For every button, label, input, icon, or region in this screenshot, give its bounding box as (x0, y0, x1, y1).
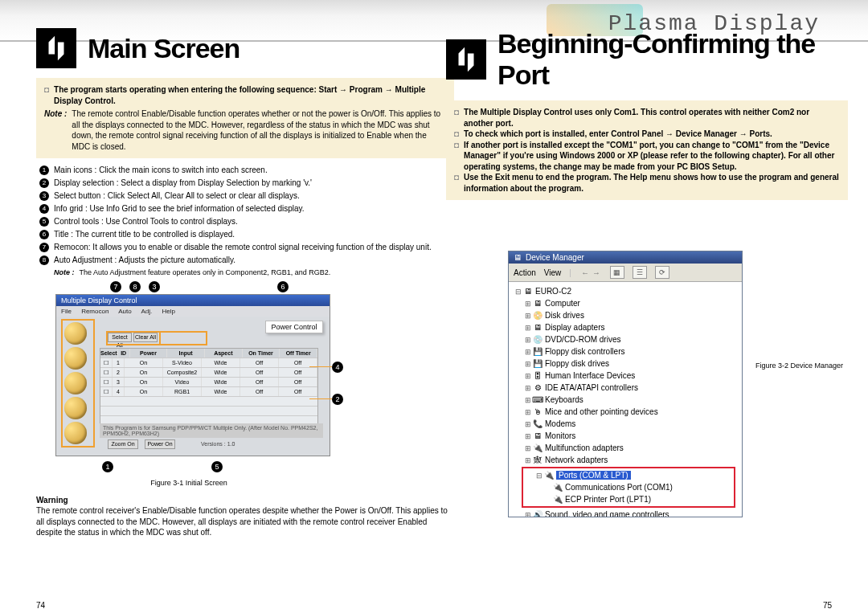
badge-1: 1 (102, 461, 113, 472)
device-icon: 🖥 (532, 299, 543, 308)
figure-2-caption: Figure 3-2 Device Manager (755, 362, 843, 370)
badge-6: 6 (277, 281, 289, 292)
warning-text: The remote control receiver's Enable/Dis… (36, 505, 454, 538)
dm-node[interactable]: ⊞🖥Computer (523, 297, 740, 309)
device-icon: ⚙ (532, 383, 543, 392)
dm-node[interactable]: ⊞📞Modems (523, 418, 740, 430)
figure-1-area: 7 8 3 6 4 2 1 5 Multiple Display Control… (36, 281, 342, 474)
figure-1-caption: Figure 3-1 Initial Screen (36, 479, 342, 487)
app-menubar: File Remocon Auto Adj. Help (56, 306, 330, 317)
device-icon: 📞 (532, 419, 543, 428)
left-page: Main Screen ◘The program starts operatin… (36, 28, 454, 538)
device-manager-window: 🖥 Device Manager Action View | ←→ ▦ ☰ ⟳ … (508, 251, 743, 517)
dm-node[interactable]: ⊞🖥Display adapters (523, 321, 740, 333)
dm-node[interactable]: ⊞💾Floppy disk controllers (523, 345, 740, 358)
app-titlebar: Multiple Display Control (56, 295, 330, 306)
dm-node[interactable]: ⊞🎛Human Interface Devices (523, 370, 740, 382)
r-item-4: Use the Exit menu to end the program. Th… (464, 172, 840, 194)
right-page: Beginning-Confirming the Port ◘The Multi… (446, 28, 848, 206)
badge-5: 5 (211, 461, 223, 472)
toolbar-button-1[interactable]: ▦ (610, 266, 624, 279)
device-icon: 🖥 (532, 323, 543, 332)
numbered-list: 1Main icons : Click the main icons to sw… (36, 165, 454, 278)
dm-node[interactable]: ⊞💿DVD/CD-ROM drives (523, 333, 740, 345)
callout-note: The remote control Enable/Disable functi… (72, 108, 446, 152)
dm-toolbar: Action View | ←→ ▦ ☰ ⟳ (509, 264, 742, 282)
zoom-on-button[interactable]: Zoom On (108, 439, 138, 449)
intro-callout: ◘The program starts operating when enter… (36, 78, 454, 158)
dm-node[interactable]: ⊞🕸Network adapters (523, 454, 740, 466)
version-label: Versions : 1.0 (201, 441, 235, 447)
dm-node[interactable]: ⊞🔊Sound, video and game controllers (523, 509, 740, 517)
page-number-right: 75 (823, 601, 832, 610)
nav-arrows[interactable]: ←→ (579, 268, 602, 277)
dm-node[interactable]: ⊞⌨Keyboards (523, 394, 740, 406)
dm-node[interactable]: ⊞📀Disk drives (523, 309, 740, 321)
dm-node[interactable]: ⊞💾Floppy disk drives (523, 358, 740, 370)
app-window: Multiple Display Control File Remocon Au… (55, 294, 330, 456)
device-icon: 💾 (532, 359, 543, 368)
device-icon: 🔌 (532, 443, 543, 452)
menu-action[interactable]: Action (514, 268, 536, 277)
right-callout: ◘The Multiple Display Control uses only … (446, 100, 848, 200)
warning-label: Warning (36, 495, 454, 506)
toolbar-button-3[interactable]: ⟳ (655, 266, 669, 279)
item-3: Select button : Click Select All, Clear … (54, 190, 451, 202)
section-arrows-icon (446, 39, 486, 80)
dm-node[interactable]: ⊞🔌Multifunction adapters (523, 442, 740, 454)
dm-tree[interactable]: ⊟🖥EURO-C2 ⊞🖥Computer⊞📀Disk drives⊞🖥Displ… (509, 282, 742, 517)
port-icon: 🔌 (552, 495, 563, 504)
lpt1-node[interactable]: ECP Printer Port (LPT1) (565, 495, 651, 504)
power-on-button[interactable]: Power On (145, 439, 175, 449)
r-item-1: The Multiple Display Control uses only C… (464, 107, 840, 129)
ports-highlight: ⊟🔌Ports (COM & LPT) 🔌Communications Port… (522, 467, 735, 508)
ports-node[interactable]: Ports (COM & LPT) (556, 471, 631, 480)
device-icon: ⌨ (532, 395, 543, 404)
computer-icon: 🖥 (522, 287, 534, 296)
r-item-3: If another port is installed except the … (464, 140, 840, 173)
badge-7: 7 (110, 281, 121, 292)
dm-node[interactable]: ⊞🖥Monitors (523, 430, 740, 442)
device-icon: 🎛 (532, 371, 543, 380)
ports-icon: 🔌 (543, 471, 555, 480)
com1-node[interactable]: Communications Port (COM1) (565, 483, 673, 492)
item-2: Display selection : Select a display fro… (54, 178, 451, 189)
item-4: Info grid : Use Info Grid to see the bri… (54, 203, 451, 215)
device-icon: 🔊 (532, 510, 543, 517)
item-7: Remocon: It allows you to enable or disa… (54, 242, 451, 253)
dm-titlebar: 🖥 Device Manager (509, 251, 742, 264)
badge-8: 8 (129, 281, 141, 292)
dm-node[interactable]: ⊞🖱Mice and other pointing devices (523, 406, 740, 418)
item-1: Main icons : Click the main icons to swi… (54, 165, 451, 176)
item-8: Auto Adjustment : Adjusts the picture au… (54, 255, 451, 266)
section-title: Beginning-Confirming the Port (497, 28, 848, 91)
item-6: Title : The current title to be controll… (54, 229, 451, 240)
port-icon: 🔌 (552, 483, 563, 492)
r-item-2: To check which port is installed, enter … (464, 129, 840, 140)
badge-4: 4 (332, 362, 343, 373)
callout-lead: The program starts operating when enteri… (54, 84, 446, 106)
menu-view[interactable]: View (544, 268, 562, 277)
device-icon: 🖥 (532, 431, 543, 440)
device-icon: 💿 (532, 335, 543, 344)
warning: Warning The remote control receiver's En… (36, 495, 454, 538)
device-icon: 💾 (532, 347, 543, 356)
section-title: Main Screen (88, 33, 240, 64)
toolbar-button-2[interactable]: ☰ (633, 266, 647, 279)
device-icon: 📀 (532, 311, 543, 320)
page-number-left: 74 (36, 601, 45, 610)
items-note: The Auto Adjustment feature operates onl… (80, 268, 452, 278)
device-icon: 🖱 (532, 407, 543, 416)
section-arrows-icon (36, 28, 76, 68)
badge-3: 3 (149, 281, 160, 292)
item-5: Control tools : Use Control Tools to con… (54, 216, 451, 227)
status-bar: This Program is for Samsung PDP/PPM/CT M… (100, 423, 323, 438)
device-icon: 🕸 (532, 456, 543, 464)
computer-icon: 🖥 (514, 253, 522, 262)
power-control-title: Power Control (265, 321, 323, 333)
badge-2: 2 (332, 394, 343, 405)
dm-node[interactable]: ⊞⚙IDE ATA/ATAPI controllers (523, 382, 740, 394)
